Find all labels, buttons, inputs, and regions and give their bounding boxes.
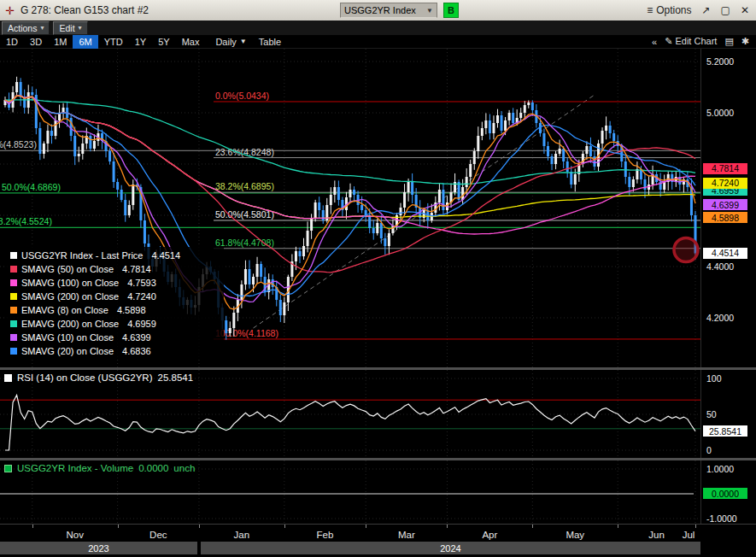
edit-menu-button[interactable]: Edit▾	[53, 21, 87, 35]
legend-row[interactable]: SMAVG (100) on Close4.7593	[10, 276, 220, 290]
x-axis-month-label: Jun	[648, 530, 665, 540]
tab-period-1d[interactable]: 1D	[0, 35, 24, 49]
volume-axis: 1.0000-1.00000.0000	[700, 460, 756, 524]
price-axis-label: 4.4000	[706, 261, 734, 272]
actions-menu-button[interactable]: Actions▾	[2, 21, 50, 35]
main-price-panel: 61.8%(4.8523)50.0%(4.6869)38.2%(4.5524)0…	[0, 49, 756, 367]
x-axis-month-label: Nov	[66, 530, 83, 540]
legend-row[interactable]: SMAVG (200) on Close4.7240	[10, 290, 220, 303]
rsi-axis: 10050025.8541	[700, 370, 756, 458]
chart-area: 61.8%(4.8523)50.0%(4.6869)38.2%(4.5524)0…	[0, 49, 756, 557]
fib-label: 38.2%(4.5524)	[0, 216, 52, 226]
hamburger-icon: ≡	[647, 4, 653, 16]
x-axis-month-label: May	[566, 530, 584, 540]
table-button[interactable]: Table	[259, 37, 281, 47]
window-title: G 278: Clean G153 chart #2	[21, 4, 149, 16]
x-axis-tick	[284, 525, 285, 528]
grid-icon[interactable]: ▤	[724, 36, 733, 47]
legend-value: 4.5898	[117, 305, 146, 315]
legend-value: 4.7593	[127, 278, 156, 288]
legend-row[interactable]: EMAVG (200) on Close4.6959	[10, 317, 220, 331]
fib-label: 61.8%(4.8523)	[0, 139, 37, 150]
legend-text: SMAVG (200) on Close	[21, 291, 119, 302]
tab-period-ytd[interactable]: YTD	[98, 35, 129, 49]
rsi-panel: RSI (14) on Close (USGG2YR) 25.8541 1005…	[0, 370, 756, 458]
price-badge: 4.7240	[703, 178, 747, 189]
bloomberg-chart-window: ✛ G 278: Clean G153 chart #2 USGG2YR Ind…	[0, 0, 756, 557]
legend-value: 4.6959	[127, 319, 156, 329]
legend-value: 4.4514	[151, 250, 180, 261]
fib-label: 61.8%(4.4708)	[215, 237, 274, 248]
highlight-circle-annotation[interactable]	[674, 238, 698, 262]
options-menu[interactable]: ≡ Options	[647, 4, 691, 16]
rsi-axis-label: 100	[706, 373, 722, 384]
x-axis-month-label: Apr	[482, 530, 497, 540]
legend-text: SMAVG (50) on Close	[21, 264, 114, 274]
date-axis: NovDecJanFebMarAprMayJunJul20232024	[0, 524, 756, 557]
legend-row[interactable]: SMAVG (20) on Close4.6836	[10, 344, 220, 358]
fib-label: 50.0%(4.5801)	[215, 209, 274, 220]
fib-label: 23.6%(4.8248)	[215, 147, 274, 157]
price-badge: 4.7814	[703, 163, 747, 174]
maximize-icon[interactable]: ▢	[721, 4, 730, 16]
price-axis: 5.20005.00004.40004.20004.78144.69594.72…	[700, 49, 756, 367]
fib-label: 38.2%(4.6895)	[215, 181, 274, 191]
tab-period-1y[interactable]: 1Y	[129, 35, 152, 49]
legend-row[interactable]: SMAVG (10) on Close4.6399	[10, 331, 220, 344]
tab-period-3d[interactable]: 3D	[24, 35, 48, 49]
legend-swatch-icon	[10, 348, 17, 355]
collapse-left-icon[interactable]: «	[652, 37, 657, 47]
frequency-dropdown[interactable]: Daily ▼	[215, 37, 246, 47]
x-axis-tick	[618, 525, 618, 528]
rsi-plot[interactable]	[0, 370, 700, 458]
chevron-down-icon: ▾	[79, 24, 82, 32]
legend-value: 4.7814	[122, 264, 151, 274]
panel-b-button[interactable]: B	[443, 3, 459, 18]
security-field[interactable]: USGG2YR Index ▼	[340, 3, 437, 18]
legend-text: SMAVG (10) on Close	[21, 332, 114, 343]
price-badge: 4.6399	[703, 199, 747, 210]
x-axis-tick	[32, 525, 33, 528]
legend-swatch-icon	[10, 279, 17, 286]
tab-period-max[interactable]: Max	[176, 35, 206, 49]
x-axis-year-label: 2024	[201, 542, 700, 554]
volume-badge: 0.0000	[703, 488, 747, 499]
app-move-icon[interactable]: ✛	[5, 4, 15, 17]
legend-row[interactable]: USGG2YR Index - Last Price4.4514	[10, 249, 220, 262]
annotate-icon[interactable]: ✱	[741, 36, 749, 47]
legend-text: USGG2YR Index - Last Price	[21, 250, 143, 261]
chevron-down-icon: ▼	[426, 7, 433, 15]
price-axis-label: 5.2000	[706, 56, 734, 67]
legend-swatch-icon	[10, 334, 17, 341]
popout-icon[interactable]: ↗	[702, 4, 711, 16]
tab-period-6m[interactable]: 6M	[73, 35, 97, 49]
period-tabbar: 1D3D1M6MYTD1Y5YMax Daily ▼ Table « ✎ Edi…	[0, 35, 756, 49]
x-axis-month-label: Mar	[398, 530, 415, 540]
volume-axis-label: 1.0000	[706, 464, 734, 474]
legend-swatch-icon	[10, 293, 17, 300]
edit-chart-button[interactable]: ✎ Edit Chart	[665, 36, 717, 47]
legend-row[interactable]: SMAVG (50) on Close4.7814	[10, 262, 220, 276]
fib-label: 50.0%(4.6869)	[2, 182, 61, 192]
rsi-axis-label: 50	[706, 409, 717, 419]
close-icon[interactable]: ✕	[741, 4, 749, 16]
volume-swatch-icon	[4, 465, 12, 472]
legend-swatch-icon	[10, 266, 17, 273]
volume-axis-label: -1.0000	[706, 513, 737, 524]
x-axis-tick	[695, 525, 696, 528]
chart-legend: USGG2YR Index - Last Price4.4514SMAVG (5…	[7, 247, 224, 360]
menubar: Actions▾ Edit▾	[0, 21, 756, 35]
tab-period-1m[interactable]: 1M	[48, 35, 73, 49]
volume-legend[interactable]: USGG2YR Index - Volume 0.0000 unch	[4, 463, 195, 473]
x-axis-tick	[532, 525, 533, 528]
volume-panel: USGG2YR Index - Volume 0.0000 unch 1.000…	[0, 460, 756, 524]
titlebar: ✛ G 278: Clean G153 chart #2 USGG2YR Ind…	[0, 0, 756, 21]
price-badge: 4.4514	[703, 248, 747, 259]
fib-label: 100.0%(4.1168)	[215, 328, 278, 338]
legend-row[interactable]: EMAVG (8) on Close4.5898	[10, 303, 220, 317]
rsi-legend[interactable]: RSI (14) on Close (USGG2YR) 25.8541	[4, 372, 193, 383]
ma-line-sma100	[5, 96, 695, 234]
x-axis-month-label: Jan	[234, 530, 250, 540]
chevron-down-icon: ▾	[40, 24, 44, 32]
tab-period-5y[interactable]: 5Y	[152, 35, 175, 49]
